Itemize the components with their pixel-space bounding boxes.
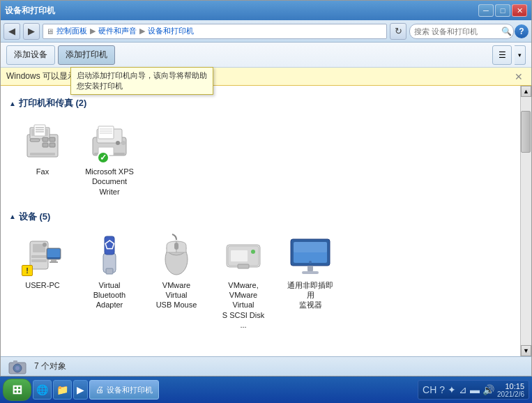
tray-battery-icon[interactable]: ▬: [470, 384, 480, 395]
mouse-icon: [154, 233, 199, 277]
svg-rect-15: [98, 126, 114, 139]
tray-volume-icon[interactable]: 🔊: [482, 384, 494, 395]
bluetooth-adapter-device-item[interactable]: ⬠ VirtualBluetoothAdapter: [82, 230, 137, 333]
taskbar-window-label: 设备和打印机: [107, 385, 153, 395]
scrollbar-track[interactable]: [521, 97, 531, 345]
taskbar-media-icon[interactable]: ▶: [73, 380, 88, 400]
fax-label: Fax: [36, 167, 49, 176]
tray-language-icon[interactable]: CH: [423, 384, 436, 395]
taskbar-ie-icon[interactable]: 🌐: [33, 380, 52, 400]
user-pc-icon: !: [20, 233, 65, 277]
monitor-icon: [288, 233, 333, 277]
start-button[interactable]: ⊞: [3, 379, 31, 401]
svg-rect-29: [47, 249, 60, 257]
maximize-button[interactable]: □: [495, 4, 510, 17]
svg-point-20: [121, 141, 126, 145]
printers-grid: Fax: [9, 116, 512, 199]
svg-rect-3: [34, 125, 45, 136]
svg-point-52: [15, 366, 20, 370]
tray-date: 2021/2/6: [497, 390, 524, 398]
scsi-disk-label: VMware,VMware VirtualS SCSI Disk...: [218, 280, 268, 330]
warning-badge: !: [22, 265, 33, 276]
add-device-button[interactable]: 添加设备: [6, 45, 55, 65]
svg-rect-43: [231, 250, 248, 261]
refresh-button[interactable]: ↻: [390, 23, 406, 40]
xps-printer-device-item[interactable]: ✓ Microsoft XPSDocumentWriter: [82, 116, 137, 199]
view-button[interactable]: ☰: [492, 45, 512, 65]
search-input[interactable]: [409, 24, 514, 39]
printers-section-label: 打印机和传真 (2): [19, 97, 87, 109]
svg-rect-33: [106, 268, 113, 274]
tray-bluetooth-tray-icon[interactable]: ✦: [448, 384, 456, 395]
taskbar-active-window[interactable]: 🖨 设备和打印机: [89, 380, 159, 400]
path-sep1: ▶: [90, 26, 96, 36]
xps-printer-label: Microsoft XPSDocumentWriter: [85, 167, 134, 197]
devices-section-arrow: ▲: [9, 213, 16, 220]
scsi-disk-device-item[interactable]: VMware,VMware VirtualS SCSI Disk...: [215, 230, 271, 333]
svg-rect-26: [31, 259, 47, 262]
search-icon[interactable]: 🔍: [501, 26, 512, 36]
fax-device-item[interactable]: Fax: [15, 116, 70, 199]
svg-rect-11: [30, 139, 40, 142]
scrollbar-thumb[interactable]: [521, 111, 531, 153]
printers-section-header: ▲ 打印机和传真 (2): [9, 97, 512, 109]
path-hw-sound[interactable]: 硬件和声音: [98, 26, 137, 36]
svg-rect-30: [51, 259, 56, 261]
scrollbar-up-button[interactable]: ▲: [521, 86, 531, 97]
close-button[interactable]: ✕: [512, 4, 527, 17]
path-control-panel[interactable]: 控制面板: [56, 26, 87, 36]
tooltip-line2: 您安装打印机: [77, 81, 207, 91]
address-bar: ◀ ▶ 🖥 控制面板 ▶ 硬件和声音 ▶ 设备和打印机 ↻ 🔍 ?: [1, 20, 531, 43]
fax-icon: [20, 119, 65, 164]
tray-network-icon[interactable]: ⊿: [459, 384, 467, 395]
monitor-device-item[interactable]: 通用非即插即用监视器: [282, 230, 338, 333]
user-pc-label: USER-PC: [25, 280, 60, 290]
bluetooth-icon: ⬠: [87, 233, 132, 277]
svg-point-27: [43, 243, 47, 247]
path-sep2: ▶: [139, 26, 145, 36]
scsi-disk-icon: [221, 233, 266, 277]
tray-time: 10:15: [505, 382, 524, 390]
scrollbar-down-button[interactable]: ▼: [521, 345, 531, 356]
user-pc-device-item[interactable]: ! USER-PC: [15, 230, 70, 333]
vmware-mouse-label: VMware VirtualUSB Mouse: [151, 280, 202, 310]
status-camera-icon: [6, 358, 29, 375]
path-devices[interactable]: 设备和打印机: [148, 26, 194, 36]
bluetooth-adapter-label: VirtualBluetoothAdapter: [93, 280, 126, 310]
tray-clock[interactable]: 10:15 2021/2/6: [497, 382, 524, 398]
svg-rect-46: [294, 242, 327, 252]
vertical-scrollbar[interactable]: ▲ ▼: [520, 86, 531, 356]
add-printer-button[interactable]: 添加打印机: [58, 45, 115, 65]
xps-printer-icon: ✓: [87, 119, 132, 164]
svg-rect-47: [307, 266, 313, 271]
svg-point-49: [309, 261, 312, 264]
svg-rect-25: [31, 255, 47, 258]
window-title: 设备和打印机: [5, 5, 55, 17]
status-count: 7 个对象: [34, 360, 66, 372]
system-tray: CH ? ✦ ⊿ ▬ 🔊 10:15 2021/2/6: [418, 380, 529, 400]
toolbar: 添加设备 添加打印机 ☰ ▾: [1, 43, 531, 68]
tooltip-popup: 启动添加打印机向导，该向导将帮助助 您安装打印机: [70, 67, 213, 95]
help-button[interactable]: ?: [515, 24, 529, 38]
taskbar-folder-icon[interactable]: 📁: [53, 380, 72, 400]
tray-info-icon[interactable]: ?: [439, 384, 445, 395]
vmware-mouse-device-item[interactable]: VMware VirtualUSB Mouse: [149, 230, 204, 333]
address-path[interactable]: 🖥 控制面板 ▶ 硬件和声音 ▶ 设备和打印机: [43, 24, 387, 39]
back-button[interactable]: ◀: [3, 23, 20, 40]
printers-section-arrow: ▲: [9, 100, 16, 107]
svg-rect-8: [43, 143, 48, 147]
svg-rect-31: [50, 261, 58, 263]
content-area: ▲ 打印机和传真 (2): [1, 86, 520, 356]
main-content: ▲ 打印机和传真 (2): [1, 86, 531, 356]
view-dropdown-button[interactable]: ▾: [515, 45, 526, 65]
svg-rect-10: [50, 143, 55, 147]
devices-grid: ! USER-PC: [9, 230, 512, 333]
forward-button[interactable]: ▶: [23, 23, 40, 40]
minimize-button[interactable]: ─: [478, 4, 494, 17]
window-controls: ─ □ ✕: [478, 4, 527, 17]
info-bar-close-button[interactable]: ✕: [512, 71, 526, 82]
svg-rect-53: [13, 360, 17, 363]
svg-text:⬠: ⬠: [105, 239, 115, 251]
devices-section-label: 设备 (5): [19, 211, 51, 223]
title-bar: 设备和打印机 ─ □ ✕: [1, 1, 531, 20]
